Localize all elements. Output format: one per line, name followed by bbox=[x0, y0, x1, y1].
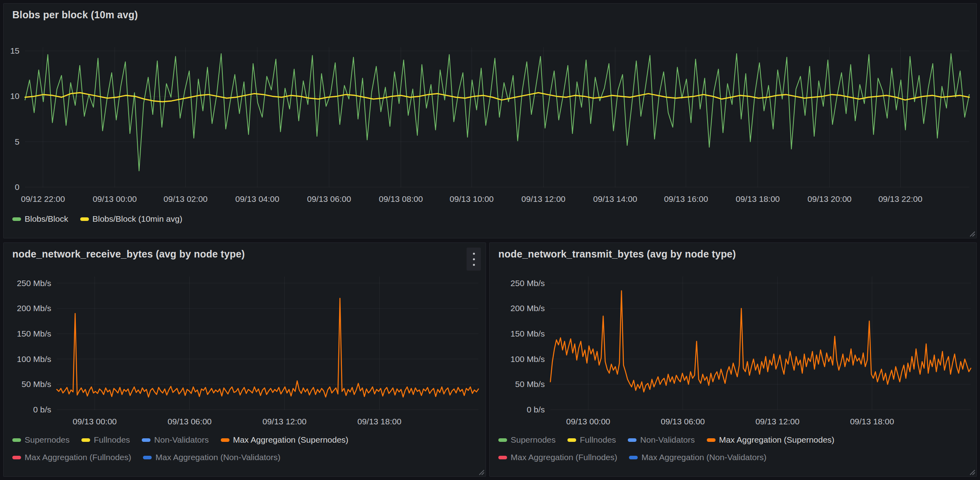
legend-label: Non-Validators bbox=[154, 435, 208, 445]
kebab-icon bbox=[473, 264, 475, 266]
legend-label: Supernodes bbox=[25, 435, 69, 445]
legend-item[interactable]: Supernodes bbox=[498, 435, 556, 445]
legend-label: Non-Validators bbox=[640, 435, 694, 445]
legend-label: Max Aggregation (Fullnodes) bbox=[25, 453, 131, 462]
legend-item[interactable]: Non-Validators bbox=[142, 435, 208, 445]
legend-item[interactable]: Max Aggregation (Non-Validators) bbox=[629, 453, 766, 462]
legend-item[interactable]: Non-Validators bbox=[628, 435, 694, 445]
series-line bbox=[25, 54, 969, 171]
panel-blobs-per-block: Blobs per block (10m avg) 05101509/12 22… bbox=[3, 3, 977, 238]
legend-swatch bbox=[221, 438, 230, 442]
legend-item[interactable]: Blobs/Block bbox=[12, 214, 68, 224]
legend-swatch bbox=[567, 438, 576, 442]
panel-title[interactable]: node_network_receive_bytes (avg by node … bbox=[12, 248, 245, 260]
kebab-icon bbox=[473, 258, 475, 260]
legend-swatch bbox=[629, 456, 638, 459]
chart-legend: SupernodesFullnodesNon-ValidatorsMax Agg… bbox=[12, 435, 471, 462]
grafana-dashboard: Blobs per block (10m avg) 05101509/12 22… bbox=[0, 0, 980, 480]
time-series-chart[interactable]: 05101509/12 22:0009/13 00:0009/13 02:000… bbox=[4, 4, 976, 238]
panel-title[interactable]: node_network_transmit_bytes (avg by node… bbox=[498, 248, 736, 260]
legend-item[interactable]: Max Aggregation (Supernodes) bbox=[707, 435, 835, 445]
legend-label: Supernodes bbox=[511, 435, 556, 445]
legend-swatch bbox=[142, 438, 150, 442]
legend-swatch bbox=[628, 438, 637, 442]
legend-swatch bbox=[81, 438, 90, 442]
chart-legend: Blobs/BlockBlobs/Block (10min avg) bbox=[12, 214, 965, 224]
series-line bbox=[25, 93, 969, 102]
legend-item[interactable]: Fullnodes bbox=[567, 435, 616, 445]
legend-label: Fullnodes bbox=[94, 435, 130, 445]
panel-resize-handle[interactable] bbox=[968, 230, 975, 237]
panel-header[interactable]: Blobs per block (10m avg) bbox=[4, 4, 976, 26]
panel-menu-button[interactable] bbox=[467, 248, 481, 271]
legend-swatch bbox=[80, 217, 89, 221]
panel-header[interactable]: node_network_receive_bytes (avg by node … bbox=[4, 243, 486, 265]
kebab-icon bbox=[473, 253, 475, 255]
series-line bbox=[57, 298, 478, 397]
legend-swatch bbox=[498, 456, 507, 459]
legend-swatch bbox=[707, 438, 716, 442]
panel-network-transmit: node_network_transmit_bytes (avg by node… bbox=[489, 242, 977, 477]
legend-label: Max Aggregation (Supernodes) bbox=[233, 435, 349, 445]
legend-label: Fullnodes bbox=[580, 435, 616, 445]
legend-label: Max Aggregation (Non-Validators) bbox=[641, 453, 766, 462]
panel-header[interactable]: node_network_transmit_bytes (avg by node… bbox=[490, 243, 976, 265]
series-line bbox=[550, 291, 971, 392]
panel-title[interactable]: Blobs per block (10m avg) bbox=[12, 9, 138, 21]
legend-item[interactable]: Max Aggregation (Fullnodes) bbox=[12, 453, 131, 462]
legend-item[interactable]: Max Aggregation (Fullnodes) bbox=[498, 453, 617, 462]
chart-legend: SupernodesFullnodesNon-ValidatorsMax Agg… bbox=[498, 435, 962, 462]
panel-resize-handle[interactable] bbox=[477, 468, 484, 475]
legend-item[interactable]: Fullnodes bbox=[81, 435, 130, 445]
legend-swatch bbox=[12, 217, 21, 221]
legend-label: Max Aggregation (Supernodes) bbox=[719, 435, 835, 445]
legend-item[interactable]: Supernodes bbox=[12, 435, 69, 445]
legend-swatch bbox=[12, 438, 21, 442]
legend-item[interactable]: Max Aggregation (Supernodes) bbox=[221, 435, 349, 445]
legend-swatch bbox=[498, 438, 507, 442]
legend-swatch bbox=[143, 456, 152, 459]
legend-label: Max Aggregation (Fullnodes) bbox=[511, 453, 617, 462]
legend-swatch bbox=[12, 456, 21, 459]
panel-resize-handle[interactable] bbox=[968, 468, 975, 475]
legend-item[interactable]: Max Aggregation (Non-Validators) bbox=[143, 453, 280, 462]
legend-label: Blobs/Block bbox=[25, 214, 68, 224]
legend-label: Max Aggregation (Non-Validators) bbox=[155, 453, 280, 462]
legend-label: Blobs/Block (10min avg) bbox=[93, 214, 182, 224]
panel-network-receive: node_network_receive_bytes (avg by node … bbox=[3, 242, 486, 477]
legend-item[interactable]: Blobs/Block (10min avg) bbox=[80, 214, 182, 224]
